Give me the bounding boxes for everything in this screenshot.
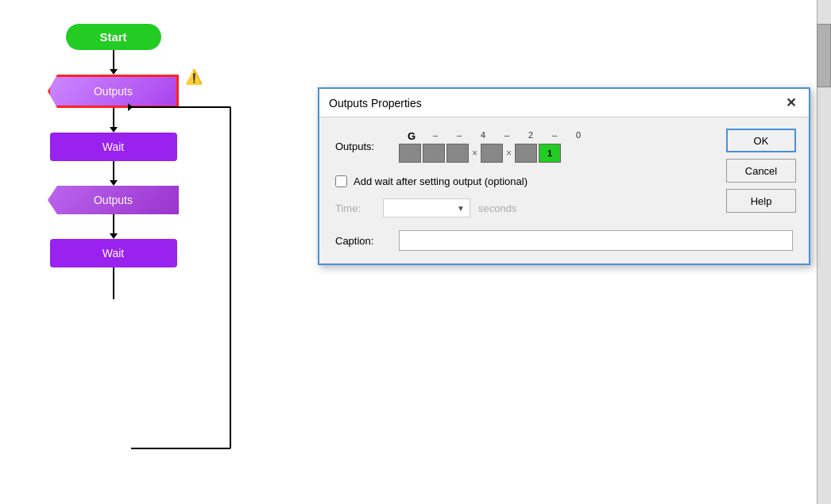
caption-row: Caption:: [335, 230, 793, 251]
bits-row: × × 1: [399, 144, 589, 163]
outputs-label: Outputs:: [335, 140, 391, 152]
bit-label-g: G: [400, 130, 423, 142]
bit-label-dash1: –: [424, 130, 446, 142]
flowchart-area: Start Outputs ⚠️ Wait Outputs: [0, 0, 326, 504]
time-label: Time:: [335, 202, 375, 214]
svg-marker-2: [128, 103, 133, 111]
bit-cell-3[interactable]: [481, 144, 503, 163]
bit-cell-g[interactable]: [399, 144, 421, 163]
loop-line: [44, 87, 234, 468]
bit-labels-row: G – – 4 – 2 – 0: [400, 130, 589, 142]
cancel-button[interactable]: Cancel: [726, 159, 796, 183]
seconds-label: seconds: [478, 202, 516, 214]
bit-label-dash4: –: [543, 130, 566, 142]
add-wait-label: Add wait after setting output (optional): [354, 175, 528, 187]
dialog-titlebar: Outputs Properties ✕: [319, 89, 809, 117]
bit-separator-1: ×: [470, 148, 479, 159]
scrollbar-thumb[interactable]: [817, 24, 831, 87]
caption-label: Caption:: [335, 235, 391, 247]
add-wait-checkbox[interactable]: [335, 175, 347, 187]
help-button[interactable]: Help: [726, 189, 796, 213]
bit-label-4: 4: [472, 130, 494, 142]
dialog-close-button[interactable]: ✕: [783, 95, 799, 110]
warning-icon: ⚠️: [185, 68, 203, 86]
bit-cell-4[interactable]: [515, 144, 537, 163]
checkbox-row: Add wait after setting output (optional): [335, 175, 793, 187]
ok-button[interactable]: OK: [726, 129, 796, 152]
outputs-properties-dialog: Outputs Properties ✕ Outputs: G – – 4 – …: [318, 87, 810, 265]
bit-cell-0-active[interactable]: 1: [539, 144, 561, 163]
time-dropdown-arrow-icon: ▼: [457, 204, 465, 213]
bit-cell-2[interactable]: [446, 144, 469, 163]
bit-label-dash3: –: [496, 130, 518, 142]
bit-separator-2: ×: [504, 148, 513, 159]
bit-label-dash2: –: [448, 130, 470, 142]
start-node[interactable]: Start: [66, 24, 161, 50]
output-bits-container: G – – 4 – 2 – 0 × ×: [399, 130, 589, 163]
bit-label-0: 0: [567, 130, 589, 142]
bit-label-2: 2: [520, 130, 542, 142]
time-dropdown[interactable]: ▼: [383, 198, 470, 217]
scrollbar[interactable]: [817, 0, 831, 504]
caption-input[interactable]: [399, 230, 793, 251]
dialog-title: Outputs Properties: [329, 97, 422, 110]
dialog-buttons: OK Cancel Help: [726, 129, 796, 213]
bit-cell-1[interactable]: [423, 144, 445, 163]
time-row: Time: ▼ seconds: [335, 198, 793, 217]
outputs-row: Outputs: G – – 4 – 2 – 0: [335, 130, 793, 163]
